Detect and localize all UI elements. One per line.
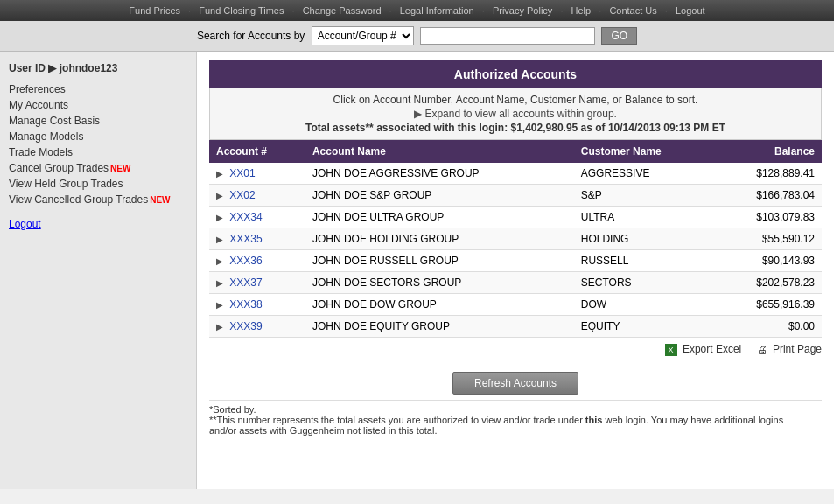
row-arrow-icon: ▶: [216, 278, 223, 288]
refresh-accounts-button[interactable]: Refresh Accounts: [452, 372, 578, 395]
sidebar-item-trade-models[interactable]: Trade Models: [9, 144, 187, 160]
cancel-group-trades-link[interactable]: Cancel Group Trades: [9, 162, 109, 174]
total-assets-suffix: ** associated with this login:: [365, 122, 508, 134]
account-number-link[interactable]: XXX36: [229, 255, 262, 267]
row-arrow-icon: ▶: [216, 234, 223, 244]
account-number-link[interactable]: XX02: [229, 189, 255, 201]
print-page-link[interactable]: 🖨 Print Page: [755, 343, 822, 355]
footer-note-2-end: web login. You may have additional login…: [605, 415, 783, 425]
user-id-arrow: ▶: [48, 62, 59, 74]
sidebar-nav: Preferences My Accounts Manage Cost Basi…: [9, 81, 187, 207]
cell-acct-num: ▶ XXX39: [209, 316, 305, 338]
sep3: ·: [389, 5, 392, 16]
sep7: ·: [665, 5, 668, 16]
accounts-header: Authorized Accounts: [209, 60, 822, 88]
footer-note-3: and/or assets with Guggenheim not listed…: [209, 425, 822, 436]
print-page-label: Print Page: [773, 343, 822, 355]
table-row: ▶ XX01 JOHN DOE AGGRESSIVE GROUP AGGRESS…: [209, 163, 822, 185]
nav-fund-closing-times[interactable]: Fund Closing Times: [199, 5, 284, 16]
nav-privacy-policy[interactable]: Privacy Policy: [493, 5, 552, 16]
table-row: ▶ XXX38 JOHN DOE DOW GROUP DOW $655,916.…: [209, 294, 822, 316]
manage-models-link[interactable]: Manage Models: [9, 130, 83, 143]
cell-acct-num: ▶ XXX35: [209, 228, 305, 250]
logout-link[interactable]: Logout: [9, 218, 41, 230]
table-header: Account # Account Name Customer Name Bal…: [209, 140, 822, 163]
nav-fund-prices[interactable]: Fund Prices: [129, 5, 180, 16]
sidebar-item-preferences[interactable]: Preferences: [9, 81, 187, 97]
cancel-group-trades-new-badge: NEW: [110, 164, 130, 173]
cell-balance: $166,783.04: [714, 185, 822, 206]
account-number-link[interactable]: XX01: [229, 167, 255, 179]
cell-acct-name: JOHN DOE S&P GROUP: [305, 185, 574, 206]
account-number-link[interactable]: XXX35: [229, 233, 262, 245]
cell-balance: $0.00: [714, 316, 822, 338]
cell-balance: $103,079.83: [714, 206, 822, 228]
footer-note-2: **This number represents the total asset…: [209, 415, 822, 425]
view-cancelled-group-trades-link[interactable]: View Cancelled Group Trades: [9, 193, 148, 206]
sidebar-item-manage-cost-basis[interactable]: Manage Cost Basis: [9, 113, 187, 129]
export-excel-link[interactable]: X Export Excel: [665, 343, 745, 355]
cell-customer-name: DOW: [574, 294, 714, 316]
export-excel-label: Export Excel: [683, 343, 741, 355]
manage-cost-basis-link[interactable]: Manage Cost Basis: [9, 115, 100, 127]
account-number-link[interactable]: XXX34: [229, 211, 262, 223]
search-input[interactable]: [420, 27, 595, 45]
cell-acct-num: ▶ XXX34: [209, 206, 305, 228]
table-row: ▶ XXX35 JOHN DOE HOLDING GROUP HOLDING $…: [209, 228, 822, 250]
row-arrow-icon: ▶: [216, 256, 223, 266]
sidebar-item-manage-models[interactable]: Manage Models: [9, 129, 187, 144]
col-account-number[interactable]: Account #: [209, 140, 305, 163]
cell-acct-name: JOHN DOE DOW GROUP: [305, 294, 574, 316]
top-navigation: Fund Prices · Fund Closing Times · Chang…: [0, 0, 834, 21]
search-go-button[interactable]: GO: [601, 27, 637, 45]
nav-legal-information[interactable]: Legal Information: [400, 5, 474, 16]
cell-balance: $202,578.23: [714, 272, 822, 294]
row-arrow-icon: ▶: [216, 213, 223, 222]
my-accounts-link[interactable]: My Accounts: [9, 99, 68, 111]
total-assets-label: Total assets: [305, 122, 365, 134]
search-bar: Search for Accounts by Account/Group # A…: [0, 21, 834, 52]
cell-acct-name: JOHN DOE SECTORS GROUP: [305, 272, 574, 294]
nav-logout[interactable]: Logout: [676, 5, 705, 16]
sidebar-logout[interactable]: Logout: [9, 218, 187, 230]
sep5: ·: [560, 5, 563, 16]
refresh-section: Refresh Accounts: [209, 372, 822, 395]
content-area: Authorized Accounts Click on Account Num…: [197, 52, 834, 489]
view-held-group-trades-link[interactable]: View Held Group Trades: [9, 178, 123, 190]
sidebar-item-cancel-group-trades[interactable]: Cancel Group TradesNEW: [9, 160, 187, 176]
sort-instructions: Click on Account Number, Account Name, C…: [219, 94, 812, 106]
account-number-link[interactable]: XXX38: [229, 298, 262, 311]
table-actions: X Export Excel 🖨 Print Page: [209, 338, 822, 361]
sidebar: User ID ▶ johndoe123 Preferences My Acco…: [0, 52, 197, 489]
nav-contact-us[interactable]: Contact Us: [609, 5, 656, 16]
cell-customer-name: SECTORS: [574, 272, 714, 294]
sidebar-item-my-accounts[interactable]: My Accounts: [9, 97, 187, 113]
account-number-link[interactable]: XXX39: [229, 320, 262, 332]
sep1: ·: [188, 5, 191, 16]
col-customer-name[interactable]: Customer Name: [574, 140, 714, 163]
row-arrow-icon: ▶: [216, 169, 223, 178]
cell-customer-name: AGGRESSIVE: [574, 163, 714, 185]
sidebar-item-view-cancelled-group-trades[interactable]: View Cancelled Group TradesNEW: [9, 192, 187, 207]
sep2: ·: [292, 5, 295, 16]
accounts-subheader: Click on Account Number, Account Name, C…: [209, 88, 822, 140]
col-account-name[interactable]: Account Name: [305, 140, 574, 163]
search-select[interactable]: Account/Group # Account Name Customer Na…: [312, 26, 414, 46]
cell-acct-name: JOHN DOE RUSSELL GROUP: [305, 250, 574, 272]
row-arrow-icon: ▶: [216, 300, 223, 310]
print-icon: 🖨: [755, 344, 767, 356]
cell-acct-name: JOHN DOE EQUITY GROUP: [305, 316, 574, 338]
sep6: ·: [599, 5, 601, 16]
preferences-link[interactable]: Preferences: [9, 83, 66, 95]
cell-balance: $90,143.93: [714, 250, 822, 272]
trade-models-link[interactable]: Trade Models: [9, 146, 73, 158]
cell-customer-name: HOLDING: [574, 228, 714, 250]
nav-help[interactable]: Help: [571, 5, 592, 16]
col-balance[interactable]: Balance: [714, 140, 822, 163]
sidebar-item-view-held-group-trades[interactable]: View Held Group Trades: [9, 176, 187, 192]
account-number-link[interactable]: XXX37: [229, 276, 262, 289]
cell-balance: $655,916.39: [714, 294, 822, 316]
accounts-table-body: ▶ XX01 JOHN DOE AGGRESSIVE GROUP AGGRESS…: [209, 163, 822, 338]
cell-acct-num: ▶ XX01: [209, 163, 305, 185]
nav-change-password[interactable]: Change Password: [303, 5, 382, 16]
